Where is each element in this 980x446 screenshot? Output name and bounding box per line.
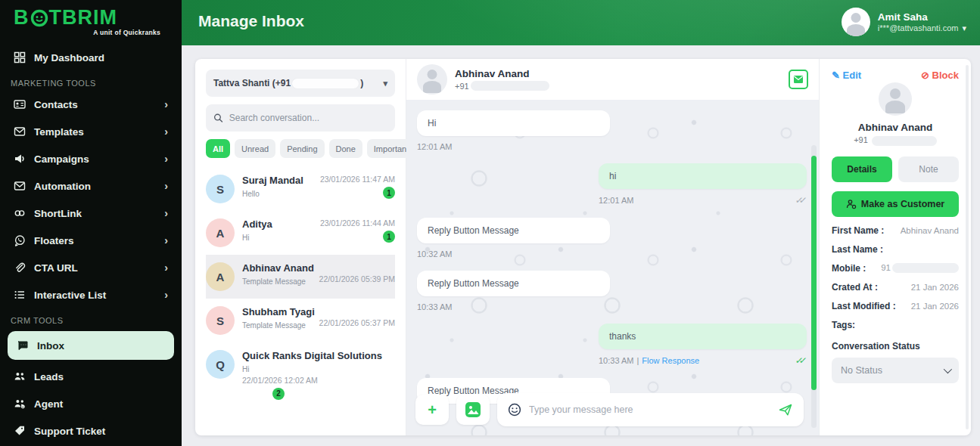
- filter-done[interactable]: Done: [329, 139, 362, 158]
- sidebar-item-inbox[interactable]: Inbox: [8, 331, 174, 360]
- conversation-item[interactable]: A Aditya Hi 23/01/2026 11:44 AM 1: [206, 211, 395, 255]
- edit-pencil-icon: ✎: [832, 70, 840, 81]
- chevron-right-icon: ›: [164, 262, 168, 274]
- conversation-name: Suraj Mandal: [242, 175, 313, 187]
- search-input[interactable]: [229, 113, 387, 123]
- account-selector[interactable]: Tattva Shanti (+91 ) ▾: [206, 70, 395, 97]
- avatar: A: [206, 218, 235, 247]
- conversation-status-select[interactable]: No Status: [832, 358, 959, 383]
- send-icon[interactable]: [778, 402, 793, 417]
- make-as-customer-button[interactable]: Make as Customer: [832, 191, 959, 217]
- filter-unread[interactable]: Unread: [235, 139, 275, 158]
- conversation-item-selected[interactable]: A Abhinav Anand Template Message 22/01/2…: [206, 255, 395, 299]
- message-input[interactable]: [529, 404, 770, 415]
- template-message-button[interactable]: [789, 70, 808, 89]
- details-scrollbar-track[interactable]: [966, 65, 969, 429]
- message-time: 12:01 AM: [417, 142, 452, 151]
- contact-details-panel: ✎ Edit ⊘ Block Abhinav Anand +91: [820, 59, 971, 435]
- chevron-down-icon: [944, 365, 952, 373]
- message-time: 10:33 AM: [599, 356, 633, 365]
- message-outbound: thanks 10:33 AM | Flow Response ✓✓: [417, 324, 807, 366]
- sidebar-item-leads[interactable]: Leads: [0, 363, 182, 390]
- brand-logo[interactable]: B TBRIM A unit of Quickranks: [0, 0, 182, 44]
- sidebar-item-label: Templates: [34, 126, 84, 138]
- conversation-preview: Hi: [242, 365, 395, 373]
- chevron-right-icon: ›: [164, 207, 168, 219]
- message-time: 10:33 AM: [417, 302, 452, 311]
- filter-all[interactable]: All: [206, 139, 230, 158]
- image-upload-button[interactable]: [456, 395, 490, 425]
- sidebar-item-label: ShortLink: [34, 208, 82, 219]
- conversation-preview: Hi: [242, 234, 313, 242]
- sidebar-item-automation[interactable]: Automation ›: [0, 172, 182, 200]
- sidebar-item-label: CTA URL: [34, 262, 78, 274]
- chat-bubble-icon: [17, 339, 29, 352]
- conversation-time: 22/01/2026 12:02 AM: [242, 376, 395, 385]
- sidebar-item-shortlink[interactable]: ShortLink ›: [0, 200, 182, 227]
- contact-phone: +91: [455, 82, 469, 91]
- app-window: B TBRIM A unit of Quickranks: [0, 0, 980, 446]
- detail-field-row: Mobile : 91: [832, 263, 959, 274]
- sidebar: B TBRIM A unit of Quickranks: [0, 0, 182, 446]
- message-outbound: hi 12:01 AM ✓✓: [417, 163, 807, 206]
- link-icon: [14, 207, 26, 219]
- logo-text-left: B: [14, 8, 30, 28]
- detail-field-row: Last Modified : 21 Jan 2026: [832, 301, 959, 311]
- flow-response-link[interactable]: Flow Response: [642, 356, 699, 365]
- contact-phone: +91: [854, 135, 868, 144]
- conversation-time: 23/01/2026 11:44 AM: [320, 218, 395, 228]
- conversation-time: 22/01/2026 05:37 PM: [319, 318, 395, 327]
- unread-badge: 2: [272, 388, 285, 400]
- agent-users-icon: [14, 398, 26, 410]
- chevron-right-icon: ›: [164, 180, 168, 192]
- user-gear-icon: [846, 199, 857, 209]
- sidebar-item-cta-url[interactable]: CTA URL ›: [0, 254, 182, 281]
- redacted-phone: [892, 263, 959, 273]
- user-menu[interactable]: Amit Saha i***@tattvashanti.com ▾: [842, 8, 966, 36]
- sidebar-item-support-ticket[interactable]: Support Ticket: [0, 417, 182, 444]
- conversation-item[interactable]: S Shubham Tyagi Template Message 22/01/2…: [206, 299, 395, 342]
- chevron-right-icon: ›: [164, 98, 168, 110]
- conversation-item[interactable]: Q Quick Ranks Digital Solutions Hi 22/01…: [206, 342, 395, 407]
- chat-scrollbar-thumb[interactable]: [811, 156, 817, 390]
- sidebar-item-label: Agent: [34, 398, 63, 410]
- sidebar-item-templates[interactable]: Templates ›: [0, 118, 182, 145]
- attach-button[interactable]: +: [415, 395, 449, 425]
- conversation-name: Shubham Tyagi: [242, 306, 312, 319]
- list-icon: [14, 289, 26, 301]
- detail-field-row: First Name : Abhinav Anand: [832, 225, 959, 236]
- emoji-icon[interactable]: [508, 403, 521, 417]
- sidebar-item-floaters[interactable]: Floaters ›: [0, 227, 182, 254]
- page-title: Manage Inbox: [198, 12, 304, 30]
- conversation-status-label: Conversation Status: [832, 341, 959, 352]
- sidebar-item-interactive-list[interactable]: Interactive List ›: [0, 281, 182, 308]
- sidebar-item-campaigns[interactable]: Campaigns ›: [0, 145, 182, 172]
- sidebar-item-contacts[interactable]: Contacts ›: [0, 91, 182, 118]
- sidebar-item-dashboard[interactable]: My Dashboard: [0, 44, 182, 71]
- sidebar-item-label: Campaigns: [34, 153, 89, 165]
- detail-field-row: Tags:: [832, 320, 959, 330]
- message-bubble: hi: [599, 163, 807, 189]
- search-icon: [213, 113, 223, 123]
- logo-text-right: TBRIM: [49, 8, 117, 28]
- conversation-item[interactable]: S Suraj Mandal Hello 23/01/2026 11:47 AM…: [206, 167, 395, 211]
- tab-details[interactable]: Details: [832, 156, 892, 182]
- filter-pending[interactable]: Pending: [280, 139, 324, 158]
- redacted-phone: [292, 79, 359, 88]
- edit-contact-button[interactable]: ✎ Edit: [832, 70, 861, 81]
- block-contact-button[interactable]: ⊘ Block: [921, 70, 959, 81]
- sidebar-item-agent[interactable]: Agent: [0, 390, 182, 417]
- conversation-name: Abhinav Anand: [242, 262, 312, 275]
- chevron-right-icon: ›: [164, 289, 168, 301]
- detail-field-row: Crated At : 21 Jan 2026: [832, 282, 959, 293]
- avatar: Q: [206, 350, 235, 379]
- plus-icon: +: [428, 402, 437, 417]
- avatar: S: [206, 175, 235, 203]
- tab-note[interactable]: Note: [898, 156, 959, 182]
- top-header: Manage Inbox Amit Saha i***@tattvashanti…: [182, 0, 980, 45]
- conversation-preview: Template Message: [242, 321, 312, 330]
- sidebar-item-label: Automation: [34, 181, 91, 192]
- avatar: S: [206, 306, 235, 335]
- caret-down-icon: ▾: [383, 79, 387, 88]
- inbox-card: Tattva Shanti (+91 ) ▾ All Unread Pendin…: [195, 59, 971, 435]
